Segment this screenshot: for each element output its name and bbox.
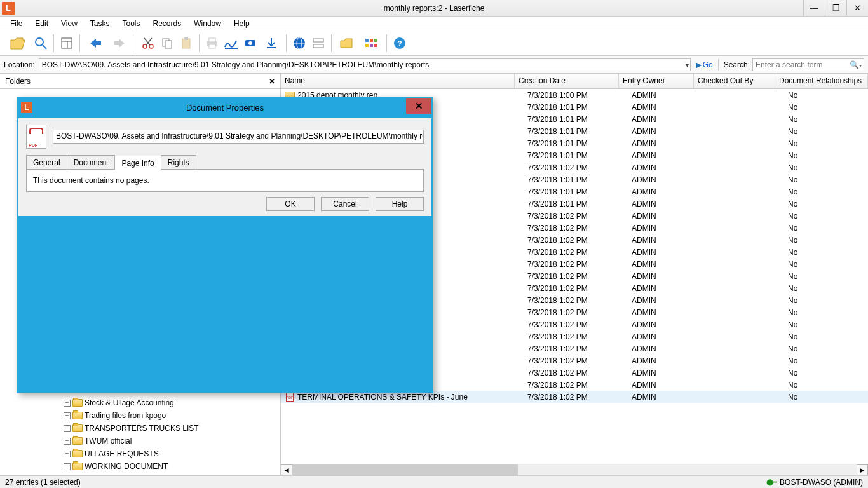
cell-owner: ADMIN <box>632 163 707 172</box>
column-checked-out-by[interactable]: Checked Out By <box>694 74 775 88</box>
close-folders-pane-button[interactable]: ✕ <box>269 77 275 86</box>
cell-relationships: No <box>788 115 868 124</box>
global-button[interactable] <box>290 34 308 53</box>
expand-icon[interactable]: + <box>64 438 71 445</box>
open-folder-button[interactable] <box>5 34 31 53</box>
cell-owner: ADMIN <box>632 224 707 233</box>
menu-records[interactable]: Records <box>147 17 188 30</box>
cell-creation-date: 7/3/2018 1:01 PM <box>527 139 632 148</box>
expand-icon[interactable]: + <box>64 463 71 470</box>
cell-owner: ADMIN <box>632 369 707 377</box>
svg-line-7 <box>146 38 152 45</box>
menu-tools[interactable]: Tools <box>116 17 147 30</box>
paste-button[interactable] <box>177 34 195 53</box>
status-entry-count: 27 entries (1 selected) <box>5 478 81 487</box>
column-name[interactable]: Name <box>281 74 515 88</box>
sidebar-item[interactable]: +WORKING DOCUMENT <box>64 460 280 473</box>
horizontal-scrollbar[interactable]: ◄ ► <box>281 464 868 475</box>
cell-owner: ADMIN <box>632 248 707 257</box>
location-label: Location: <box>4 60 35 69</box>
details-pane-button[interactable] <box>58 34 76 53</box>
svg-point-21 <box>294 37 305 49</box>
menu-window[interactable]: Window <box>187 17 227 30</box>
scan-button[interactable] <box>241 34 259 53</box>
cell-owner: ADMIN <box>632 381 707 390</box>
column-entry-owner[interactable]: Entry Owner <box>619 74 694 88</box>
svg-rect-28 <box>374 39 377 42</box>
menu-file[interactable]: File <box>4 17 29 30</box>
fields-button[interactable] <box>309 34 327 53</box>
cut-button[interactable] <box>139 34 157 53</box>
tab-document[interactable]: Document <box>67 155 116 169</box>
cell-creation-date: 7/3/2018 1:02 PM <box>527 344 632 353</box>
tab-general[interactable]: General <box>26 155 67 169</box>
svg-rect-31 <box>374 44 377 47</box>
dialog-close-button[interactable]: ✕ <box>406 98 431 114</box>
folder-label: TRANSPORTERS TRUCKS LIST <box>85 424 199 433</box>
folder-label: ULLAGE REQUESTS <box>85 449 159 458</box>
scroll-left-button[interactable]: ◄ <box>281 464 292 475</box>
cell-relationships: No <box>788 381 868 390</box>
scrollbar-thumb[interactable] <box>292 464 518 475</box>
cell-creation-date: 7/3/2018 1:02 PM <box>527 260 632 269</box>
search-icon[interactable]: 🔍▾ <box>850 60 862 69</box>
column-creation-date[interactable]: Creation Date <box>515 74 619 88</box>
scroll-right-button[interactable]: ► <box>857 464 868 475</box>
chevron-down-icon[interactable]: ▾ <box>686 60 689 71</box>
svg-rect-24 <box>313 39 323 42</box>
cell-relationships: No <box>788 91 868 100</box>
expand-icon[interactable]: + <box>64 412 71 419</box>
import-button[interactable] <box>261 34 282 53</box>
cancel-button[interactable]: Cancel <box>321 197 369 211</box>
svg-point-22 <box>297 37 302 49</box>
sidebar-item[interactable]: +Stock & Ullage Accounting <box>64 396 280 409</box>
tab-rights[interactable]: Rights <box>161 155 196 169</box>
cell-creation-date: 7/3/2018 1:02 PM <box>527 308 632 317</box>
pdf-icon <box>286 393 294 402</box>
maximize-button[interactable]: ❐ <box>825 0 846 16</box>
help-dialog-button[interactable]: Help <box>376 197 424 211</box>
menu-help[interactable]: Help <box>227 17 256 30</box>
menu-edit[interactable]: Edit <box>29 17 55 30</box>
cell-owner: ADMIN <box>632 103 707 112</box>
sidebar-item[interactable]: +Trading files from kpogo <box>64 409 280 422</box>
forward-button[interactable] <box>108 34 131 53</box>
help-button[interactable]: ? <box>391 34 409 53</box>
sidebar-item[interactable]: +TWUM official <box>64 435 280 447</box>
cell-creation-date: 7/3/2018 1:02 PM <box>527 248 632 257</box>
dialog-document-path[interactable]: BOST-DWASO\09. Assets and Infrastructure… <box>53 130 424 144</box>
location-path-input[interactable]: BOST-DWASO\09. Assets and Infrastructure… <box>39 58 691 71</box>
close-button[interactable]: ✕ <box>846 0 868 16</box>
print-button[interactable] <box>203 34 221 53</box>
minimize-button[interactable]: — <box>803 0 825 16</box>
new-folder-button[interactable] <box>336 34 358 53</box>
pdf-icon <box>26 125 46 149</box>
menu-tasks[interactable]: Tasks <box>84 17 116 30</box>
folder-icon <box>72 463 83 470</box>
cell-creation-date: 7/3/2018 1:02 PM <box>527 212 632 220</box>
column-doc-relationships[interactable]: Document Relationships <box>775 74 868 88</box>
expand-icon[interactable]: + <box>64 451 71 458</box>
go-button[interactable]: ▶Go <box>696 60 713 69</box>
copy-button[interactable] <box>158 34 176 53</box>
folder-icon <box>72 399 83 407</box>
sidebar-item[interactable]: +ULLAGE REQUESTS <box>64 447 280 460</box>
cell-owner: ADMIN <box>632 320 707 329</box>
expand-icon[interactable]: + <box>64 425 71 432</box>
svg-rect-14 <box>209 38 215 42</box>
tab-page-info[interactable]: Page Info <box>114 156 161 170</box>
folder-label: TWUM official <box>85 437 132 445</box>
menu-view[interactable]: View <box>55 17 84 30</box>
search-input[interactable] <box>752 58 864 71</box>
view-options-button[interactable] <box>360 34 383 53</box>
folder-icon <box>72 424 83 432</box>
cell-relationships: No <box>788 127 868 136</box>
back-button[interactable] <box>84 34 107 53</box>
ok-button[interactable]: OK <box>266 197 315 211</box>
sidebar-item[interactable]: +TRANSPORTERS TRUCKS LIST <box>64 422 280 435</box>
sign-button[interactable] <box>222 34 240 53</box>
search-button[interactable] <box>32 34 50 53</box>
dialog-tab-content: This document contains no pages. <box>26 170 424 192</box>
expand-icon[interactable]: + <box>64 400 71 407</box>
cell-creation-date: 7/3/2018 1:02 PM <box>527 296 632 305</box>
